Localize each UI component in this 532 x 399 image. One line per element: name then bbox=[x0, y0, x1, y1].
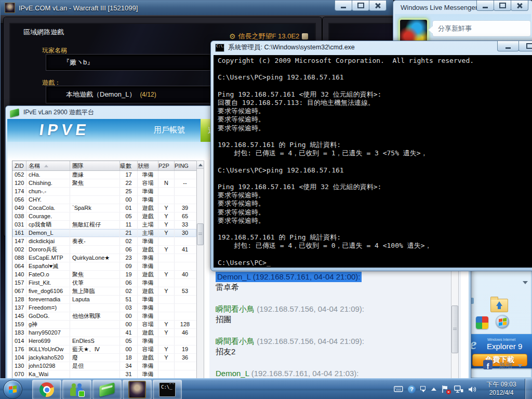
gear-icon bbox=[229, 32, 236, 41]
cell: 準備 bbox=[138, 337, 158, 345]
folder-upload-icon[interactable] bbox=[490, 299, 508, 312]
player-row[interactable]: 130john10298是但34準備 bbox=[12, 362, 196, 370]
cmd-titlebar[interactable]: 系統管理員: C:\Windows\system32\cmd.exe bbox=[211, 41, 532, 54]
add-service-label[interactable]: 新增 bbox=[499, 361, 512, 370]
minimize-button[interactable] bbox=[476, 1, 494, 11]
speaker-icon[interactable] bbox=[468, 385, 477, 393]
network-icon[interactable] bbox=[454, 385, 463, 393]
minimize-button[interactable] bbox=[335, 1, 352, 11]
taskbar-chrome-button[interactable] bbox=[32, 380, 61, 399]
col-status[interactable]: 狀態 bbox=[138, 161, 158, 170]
taskbar-messenger-button[interactable] bbox=[62, 380, 91, 399]
cell bbox=[70, 321, 120, 328]
tab-account[interactable]: 用戶帳號 bbox=[154, 125, 185, 135]
cell bbox=[175, 312, 195, 320]
game-name: 本地遊戲（Demon_L） bbox=[66, 90, 136, 99]
player-row[interactable]: 064Español♥滅09準備 bbox=[12, 262, 196, 271]
help-icon[interactable] bbox=[408, 385, 416, 393]
maximize-icon bbox=[357, 3, 364, 8]
share-status-input[interactable]: 分享新鮮事 bbox=[432, 20, 531, 37]
chevron-down-icon[interactable] bbox=[517, 364, 523, 367]
start-button[interactable] bbox=[3, 380, 22, 399]
player-row[interactable]: 056CHY.00準備 bbox=[12, 196, 196, 204]
show-desktop-button[interactable] bbox=[525, 379, 532, 399]
taskbar-ipve-button[interactable] bbox=[92, 380, 122, 399]
player-row[interactable]: 031cp我食晒無敵紅棍仔11主場Y33 bbox=[12, 221, 196, 229]
close-button[interactable] bbox=[511, 1, 528, 11]
show-hidden-icons[interactable] bbox=[431, 388, 436, 391]
player-row[interactable]: 067five_dog6106無上降臨02遊戲Y53 bbox=[12, 287, 196, 296]
cell: 064 bbox=[12, 262, 26, 270]
player-row[interactable]: 137Freedom=)03準備 bbox=[12, 304, 196, 312]
player-row[interactable]: 104jackykaho520廢18遊戲Y36 bbox=[12, 354, 196, 362]
player-row[interactable]: 157First_Kit.伏筆06準備 bbox=[12, 279, 196, 287]
window-switch-icon[interactable] bbox=[420, 386, 427, 392]
warcraft3-titlebar[interactable]: IPvE.COM vLan - Warcraft III [1521099] bbox=[1, 1, 393, 15]
col-level[interactable]: 級數 bbox=[120, 161, 138, 170]
player-row[interactable]: 176IKiLLYoUnOw藍天★、Ⅳ00容場Y19 bbox=[12, 345, 196, 354]
table-scrollbar-thumb[interactable] bbox=[197, 223, 204, 245]
action-center-icon[interactable] bbox=[441, 385, 449, 393]
maximize-button[interactable] bbox=[518, 41, 532, 51]
ipve-logo: IPVE bbox=[38, 121, 91, 139]
col-p2p[interactable]: P2P bbox=[158, 161, 175, 170]
console-line: Ping 192.168.57.161 <使用 32 位元組的資料>: bbox=[218, 90, 532, 99]
col-zid[interactable]: ZID bbox=[12, 161, 26, 170]
messenger-titlebar[interactable]: Windows Live Messenger bbox=[393, 1, 532, 14]
maximize-button[interactable] bbox=[494, 1, 511, 11]
chat-scrollbar-thumb[interactable] bbox=[451, 305, 458, 353]
taskbar-warcraft3-button[interactable] bbox=[123, 380, 152, 399]
player-row[interactable]: 049CocaCola.`SpaRk01遊戲Y39 bbox=[12, 204, 196, 212]
col-ping[interactable]: PING bbox=[175, 161, 195, 170]
cell: 17 bbox=[120, 171, 138, 179]
cell: 準備 bbox=[138, 171, 158, 179]
player-row[interactable]: 159g神00容場Y128 bbox=[12, 321, 196, 329]
player-row[interactable]: 174chun-.-25準備 bbox=[12, 188, 196, 196]
player-row[interactable]: 120Chishing.聚焦22容場N-- bbox=[12, 179, 196, 188]
cell: -- bbox=[175, 179, 195, 187]
chat-sender: 瞬間看小鳥 bbox=[216, 337, 255, 345]
player-row[interactable]: 140FateO.o聚焦19遊戲Y40 bbox=[12, 271, 196, 279]
player-row[interactable]: 088EsCapE.MTPQuirkyaLone★23準備 bbox=[12, 254, 196, 262]
table-scrollbar[interactable] bbox=[196, 161, 204, 380]
player-row[interactable]: 183harry95020741遊戲Y46 bbox=[12, 329, 196, 337]
player-row[interactable]: 147dickdickjai奏夜-02準備 bbox=[12, 237, 196, 246]
facebook-icon[interactable]: f bbox=[483, 360, 493, 369]
lan-game-heading: 區域網路遊戲 bbox=[23, 28, 64, 37]
cell bbox=[70, 196, 120, 204]
console-line: 192.168.57.161 的 Ping 統計資料: bbox=[218, 233, 532, 242]
player-row[interactable]: 038Courage.05遊戲Y65 bbox=[12, 212, 196, 221]
player-row[interactable]: 128forevernadiaLaputa51準備 bbox=[12, 296, 196, 304]
taskbar-clock[interactable]: 下午 09:03 2012/4/4 bbox=[479, 380, 524, 397]
cell: CHY. bbox=[26, 196, 70, 204]
cell: 070 bbox=[12, 370, 26, 378]
console-line: 要求等候逾時。 bbox=[218, 124, 532, 132]
player-name-input[interactable]: 『嫩ヽb』 bbox=[46, 55, 211, 70]
local-game-row[interactable]: 本地遊戲（Demon_L） (4/12) bbox=[46, 86, 215, 103]
cmd-title: 系統管理員: C:\Windows\system32\cmd.exe bbox=[228, 43, 355, 52]
taskbar-cmd-button[interactable] bbox=[153, 380, 182, 399]
player-row[interactable]: 070Ka_Wai31準備 bbox=[12, 370, 196, 379]
app-tile-icon[interactable] bbox=[476, 316, 488, 329]
cell bbox=[158, 370, 175, 378]
col-team[interactable]: 團隊 bbox=[70, 161, 120, 170]
player-row[interactable]: 052cHa.塵緣17準備 bbox=[12, 171, 196, 179]
player-row[interactable]: 014Hero699EnDlesS05準備 bbox=[12, 337, 196, 345]
minimize-button[interactable] bbox=[497, 41, 519, 51]
maximize-button[interactable] bbox=[352, 1, 369, 11]
close-button[interactable] bbox=[369, 1, 387, 11]
cell: EnDlesS bbox=[70, 337, 120, 345]
console-line: 要求等候逾時。 bbox=[218, 107, 532, 115]
cell: 遊戲 bbox=[138, 271, 158, 278]
keyboard-icon[interactable] bbox=[394, 386, 403, 392]
player-row[interactable]: 145GoDoG.他他休戰隊00準備 bbox=[12, 312, 196, 321]
chevron-down-icon[interactable] bbox=[523, 281, 528, 284]
scroll-up-button[interactable] bbox=[197, 161, 204, 169]
windows-logo-icon[interactable] bbox=[496, 315, 509, 328]
cell: 06 bbox=[120, 279, 138, 287]
player-row[interactable]: 161Demon_L21主場Y30 bbox=[12, 229, 196, 237]
col-name[interactable]: 名稱 bbox=[26, 161, 70, 170]
player-row[interactable]: 002Dororo兵長06遊戲Y41 bbox=[12, 246, 196, 254]
map-banner: 信長之野望F 13.0E2 bbox=[229, 32, 308, 41]
cell bbox=[70, 370, 120, 378]
